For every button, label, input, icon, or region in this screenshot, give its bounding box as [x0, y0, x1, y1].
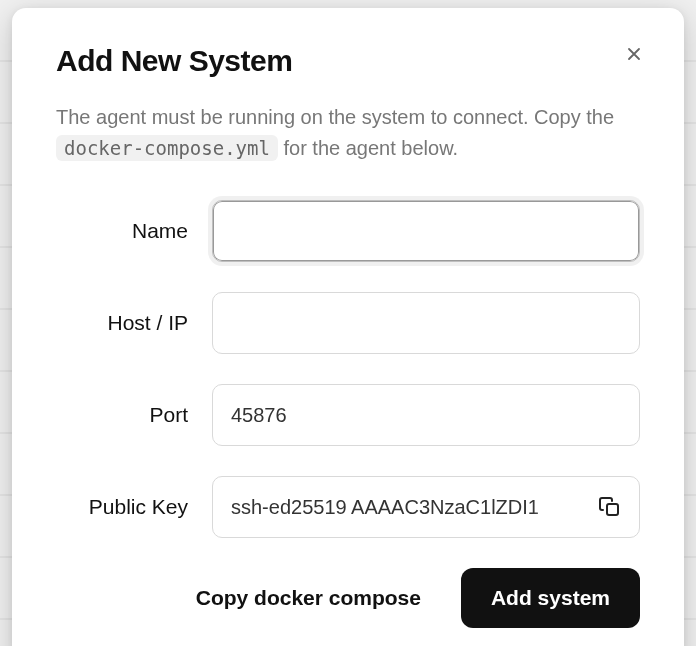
form-row-host: Host / IP: [56, 292, 640, 354]
label-port: Port: [56, 403, 212, 427]
name-input[interactable]: [212, 200, 640, 262]
copy-docker-compose-button[interactable]: Copy docker compose: [188, 574, 429, 622]
desc-text-after: for the agent below.: [278, 137, 458, 159]
add-system-form: Name Host / IP Port Public Key ssh-ed255…: [56, 200, 640, 538]
copy-public-key-button[interactable]: [594, 491, 626, 523]
close-icon: [624, 44, 644, 64]
desc-text-before: The agent must be running on the system …: [56, 106, 614, 128]
modal-actions: Copy docker compose Add system: [56, 568, 640, 628]
desc-code-filename: docker-compose.yml: [56, 135, 278, 161]
modal-description: The agent must be running on the system …: [56, 102, 640, 164]
form-row-name: Name: [56, 200, 640, 262]
public-key-display[interactable]: ssh-ed25519 AAAAC3NzaC1lZDI1: [212, 476, 640, 538]
label-public-key: Public Key: [56, 495, 212, 519]
host-input[interactable]: [212, 292, 640, 354]
port-input[interactable]: [212, 384, 640, 446]
modal-title: Add New System: [56, 44, 292, 78]
add-system-modal: Add New System The agent must be running…: [12, 8, 684, 646]
close-button[interactable]: [620, 40, 648, 68]
modal-header: Add New System: [56, 44, 640, 78]
add-system-button[interactable]: Add system: [461, 568, 640, 628]
form-row-port: Port: [56, 384, 640, 446]
label-name: Name: [56, 219, 212, 243]
copy-icon: [598, 495, 622, 519]
label-host: Host / IP: [56, 311, 212, 335]
form-row-public-key: Public Key ssh-ed25519 AAAAC3NzaC1lZDI1: [56, 476, 640, 538]
svg-rect-0: [607, 504, 618, 515]
